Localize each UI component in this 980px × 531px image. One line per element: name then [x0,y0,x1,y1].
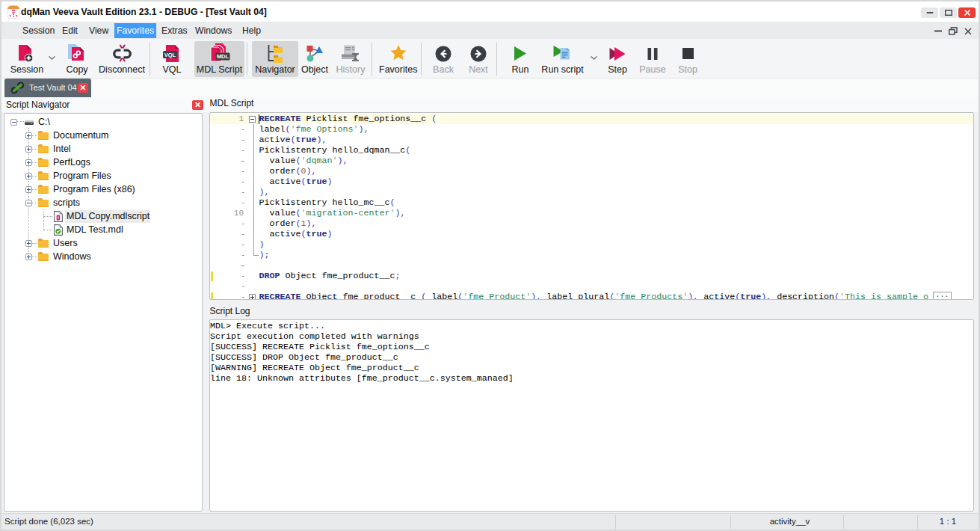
svg-text:VQL: VQL [164,52,176,58]
svg-text:MDL: MDL [217,53,229,60]
